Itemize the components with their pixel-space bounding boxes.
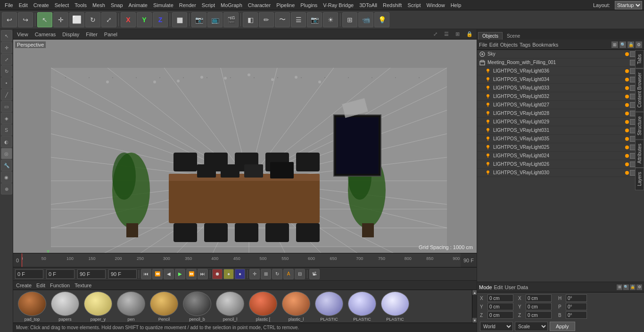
menu-create[interactable]: Create [31, 2, 52, 8]
menu-plugins[interactable]: Plugins [297, 2, 320, 8]
record-button[interactable]: ⏺ [212, 269, 223, 279]
playback-start-field[interactable] [15, 269, 43, 279]
object-list-item[interactable]: LIGHTPOS_VRayLight034 [477, 75, 644, 84]
playback-max-field[interactable] [108, 269, 137, 279]
cube-tool-button[interactable]: ⬜ [69, 12, 84, 27]
mat-item-2[interactable]: paper_y [82, 292, 114, 322]
right-objects[interactable]: Objects [500, 42, 518, 48]
attr-tab-edit[interactable]: Edit [494, 284, 503, 290]
right-icon-1[interactable]: ⊞ [611, 41, 618, 48]
lt-knife[interactable]: S [1, 124, 12, 136]
viewport[interactable]: for dots [13, 40, 477, 253]
lt-select[interactable]: ↖ [1, 30, 12, 41]
lt-magnet[interactable]: 🔧 [1, 160, 12, 171]
object-list-item[interactable]: LIGHTPOS_VRayLight033 [477, 84, 644, 92]
menu-script[interactable]: Script [405, 2, 423, 8]
y-axis-button[interactable]: Y [137, 12, 152, 27]
step-back-button[interactable]: ⏪ [152, 269, 163, 279]
attr-icon-1[interactable]: ⊞ [617, 284, 622, 290]
menu-window[interactable]: Window [424, 2, 448, 8]
mat-item-0[interactable]: pad_top [16, 292, 48, 322]
vtab-tabs[interactable]: Tabs [635, 50, 644, 68]
snap-button[interactable]: ↻ [272, 269, 282, 279]
rot-z-field[interactable] [526, 311, 552, 319]
mat-create[interactable]: Create [16, 283, 32, 288]
light-button[interactable]: ☀ [323, 12, 338, 27]
render-active-button[interactable]: 📺 [207, 12, 223, 27]
attr-icon-3[interactable]: 🔒 [630, 284, 636, 290]
object-list-item[interactable]: Sky [477, 50, 644, 58]
menu-mesh[interactable]: Mesh [90, 2, 108, 8]
record-pos-button[interactable]: ● [223, 269, 234, 279]
play-reverse-button[interactable]: ◀ [164, 269, 174, 279]
object-list-item[interactable]: LIGHTPOS_VRayLight026 [477, 160, 644, 169]
menu-vray[interactable]: V-Ray Bridge [320, 2, 356, 8]
timeline-playhead[interactable] [22, 253, 22, 267]
play-button[interactable]: ▶ [175, 269, 185, 279]
menu-snap[interactable]: Snap [108, 2, 126, 8]
lt-scale[interactable]: ⤢ [1, 54, 12, 65]
mat-item-10[interactable]: PLASTIC [346, 292, 378, 322]
mat-item-9[interactable]: PLASTIC [313, 292, 345, 322]
menu-edit[interactable]: Edit [16, 2, 31, 8]
menu-select[interactable]: Select [52, 2, 72, 8]
step-forward-button[interactable]: ⏩ [186, 269, 197, 279]
undo-button[interactable]: ↩ [2, 12, 17, 27]
menu-file[interactable]: File [2, 2, 16, 8]
menu-3dtoall[interactable]: 3DToAll [356, 2, 380, 8]
right-edit[interactable]: Edit [489, 42, 498, 48]
right-icon-2[interactable]: 🔍 [619, 41, 626, 48]
rotate-tool-button[interactable]: ↻ [85, 12, 100, 27]
lt-points[interactable]: • [1, 77, 12, 89]
mat-item-7[interactable]: plastic [ [247, 292, 279, 322]
right-icon-3[interactable]: 🔒 [627, 41, 634, 48]
pen-button[interactable]: ✏ [259, 12, 274, 27]
materials-scrollbar[interactable]: ▲ ▼ [472, 290, 477, 323]
object-list-item[interactable]: LIGHTPOS_VRayLight025 [477, 143, 644, 152]
menu-animate[interactable]: Animate [126, 2, 150, 8]
menu-script-2[interactable]: Script [199, 2, 218, 8]
lt-brush[interactable]: ◉ [1, 171, 12, 183]
right-bookmarks[interactable]: Bookmarks [532, 42, 558, 48]
mat-item-11[interactable]: PLASTIC [379, 292, 411, 322]
vptab-display[interactable]: Display [60, 32, 81, 37]
z-axis-button[interactable]: Z [153, 12, 168, 27]
apply-button[interactable]: Apply [550, 322, 575, 331]
lt-paint[interactable]: ⊕ [1, 183, 12, 194]
object-list-item[interactable]: LIGHTPOS_VRayLight027 [477, 101, 644, 109]
vtab-content-browser[interactable]: Content Browser [635, 68, 644, 112]
mat-item-1[interactable]: papers [49, 292, 81, 322]
mat-item-3[interactable]: pen [115, 292, 147, 322]
timeline-ruler[interactable]: 0 50 100 150 200 250 300 350 400 450 500… [22, 253, 461, 267]
right-tags[interactable]: Tags [520, 42, 530, 48]
grid-button[interactable]: ⊞ [342, 12, 357, 27]
scale-h-field[interactable] [566, 294, 587, 302]
rot-x-field[interactable] [526, 294, 552, 302]
mat-item-5[interactable]: pencil_b [181, 292, 213, 322]
attr-icon-4[interactable]: ⚙ [636, 284, 642, 290]
lt-edges[interactable]: ╱ [1, 89, 12, 100]
menu-render[interactable]: Render [176, 2, 199, 8]
grid-button[interactable]: ⊟ [295, 269, 305, 279]
object-list-item[interactable]: LIGHTPOS_VRayLight031 [477, 126, 644, 135]
vptab-cameras[interactable]: Cameras [33, 32, 58, 37]
mat-texture[interactable]: Texture [74, 283, 91, 288]
scale-b-field[interactable] [566, 311, 587, 319]
object-list[interactable]: SkyMeeting_Room_with_Filling_001LIGHTPOS… [477, 50, 644, 282]
menu-help[interactable]: Help [448, 2, 464, 8]
lt-active[interactable]: ◎ [1, 148, 12, 159]
goto-end-button[interactable]: ⏭ [198, 269, 208, 279]
attr-icon-2[interactable]: 🔍 [623, 284, 629, 290]
x-axis-button[interactable]: X [121, 12, 136, 27]
auto-key-button[interactable]: A [283, 269, 294, 279]
record-rot-button[interactable]: ● [235, 269, 245, 279]
attr-tab-mode[interactable]: Mode [479, 284, 492, 290]
scale-p-field[interactable] [566, 303, 587, 310]
mat-scroll-down[interactable]: ▼ [472, 318, 477, 323]
motion-path-button[interactable]: ✛ [249, 269, 260, 279]
render-region-button[interactable]: 📷 [191, 12, 206, 27]
mat-scroll-up[interactable]: ▲ [472, 290, 477, 295]
right-file[interactable]: File [479, 42, 487, 48]
rot-y-field[interactable] [526, 303, 552, 310]
vtab-attributes[interactable]: Attributes [635, 139, 644, 168]
